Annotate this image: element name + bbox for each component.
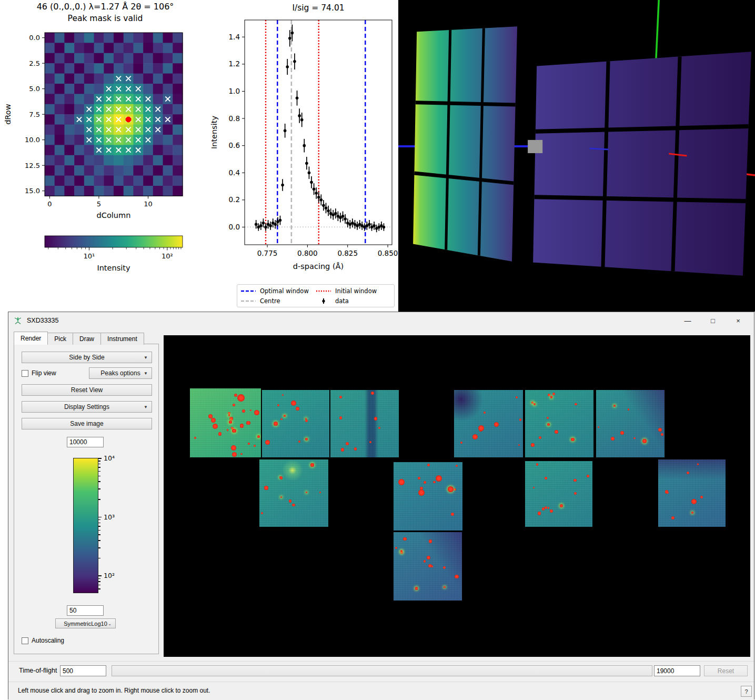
peak-dot bbox=[341, 448, 344, 451]
peak-dot bbox=[611, 437, 615, 441]
peak-dot bbox=[280, 496, 283, 498]
peak-dot bbox=[280, 476, 283, 479]
detector-panel-1[interactable] bbox=[190, 388, 261, 457]
colorbar-max-input[interactable] bbox=[67, 437, 104, 447]
peak-dot bbox=[274, 422, 278, 426]
svg-text:10²: 10² bbox=[162, 252, 173, 260]
detector-panel-4[interactable] bbox=[454, 390, 523, 457]
svg-text:0.6: 0.6 bbox=[229, 141, 240, 149]
autoscaling-row: Autoscaling bbox=[22, 637, 64, 644]
legend-label: Centre bbox=[260, 297, 280, 305]
tof-max-input[interactable] bbox=[654, 665, 700, 676]
data-marker-sample bbox=[316, 298, 331, 304]
colorbar-minor-tick bbox=[98, 585, 100, 586]
legend-label: data bbox=[335, 297, 349, 305]
peak-dot bbox=[339, 396, 342, 398]
peak-dot bbox=[232, 452, 237, 457]
peak-dot bbox=[415, 587, 418, 590]
detector-panel-6[interactable] bbox=[596, 390, 665, 457]
tof-reset-button[interactable]: Reset bbox=[704, 665, 748, 676]
display-settings-combo[interactable]: Display Settings ▼ bbox=[22, 401, 152, 413]
peak-dot bbox=[628, 408, 629, 410]
svg-text:dRow: dRow bbox=[4, 104, 12, 124]
peak-dot bbox=[228, 414, 230, 416]
maximize-button[interactable]: □ bbox=[700, 312, 726, 329]
tof-min-input[interactable] bbox=[60, 665, 106, 676]
instrument-3d-svg[interactable] bbox=[398, 0, 755, 312]
detector-panel-7[interactable] bbox=[259, 459, 328, 527]
peak-dot bbox=[691, 499, 697, 505]
layout-combo[interactable]: Side by Side ▼ bbox=[22, 352, 152, 363]
layout-combo-value: Side by Side bbox=[69, 354, 104, 361]
peak-dot bbox=[539, 436, 542, 439]
title-bar[interactable]: SXD33335 — □ × bbox=[8, 312, 754, 329]
peak-dot bbox=[478, 425, 484, 431]
colorbar-major-tick bbox=[98, 517, 102, 518]
svg-text:0.4: 0.4 bbox=[229, 168, 240, 177]
tof-slider[interactable] bbox=[112, 665, 652, 676]
peak-dot bbox=[598, 426, 599, 428]
detector-panel-10[interactable] bbox=[658, 459, 726, 527]
minimize-button[interactable]: — bbox=[675, 312, 700, 329]
legend-label: Initial window bbox=[335, 287, 377, 295]
tab-pick[interactable]: Pick bbox=[47, 333, 73, 345]
peak-dot bbox=[531, 443, 534, 446]
chevron-down-icon: ⌄ bbox=[108, 621, 112, 626]
detector-panel-11[interactable] bbox=[394, 532, 462, 601]
chevron-down-icon: ▼ bbox=[144, 355, 148, 360]
peak-mask-figure: 05100.02.55.07.510.012.515.0dColumndRow4… bbox=[0, 0, 205, 311]
detector-panel-3[interactable] bbox=[330, 390, 399, 457]
legend-item-optimal-window: Optimal window bbox=[240, 286, 316, 296]
peak-dot bbox=[218, 432, 222, 435]
detector-panel-9[interactable] bbox=[525, 461, 592, 527]
peak-dot bbox=[548, 507, 549, 508]
svg-text:0.0: 0.0 bbox=[29, 34, 40, 42]
colorbar-minor-tick bbox=[98, 547, 100, 548]
tab-instrument[interactable]: Instrument bbox=[100, 333, 144, 345]
save-image-button[interactable]: Save image bbox=[22, 418, 152, 429]
colorbar-min-input[interactable] bbox=[67, 605, 104, 616]
scale-type-value: SymmetricLog10 bbox=[64, 621, 107, 627]
peak-dot bbox=[472, 434, 478, 439]
detector-panel-8[interactable] bbox=[394, 462, 462, 531]
peak-dot bbox=[242, 409, 245, 413]
legend-item-initial-window: Initial window bbox=[316, 286, 391, 296]
peak-dot bbox=[354, 447, 357, 451]
peak-dot bbox=[229, 421, 232, 424]
chevron-down-icon: ▼ bbox=[144, 371, 148, 376]
detector-view[interactable] bbox=[164, 335, 750, 657]
tab-draw[interactable]: Draw bbox=[73, 333, 101, 345]
detector-panel-5[interactable] bbox=[525, 390, 593, 457]
peak-dot bbox=[237, 394, 245, 402]
peak-dot bbox=[227, 429, 229, 431]
flip-view-checkbox[interactable] bbox=[22, 370, 28, 377]
peak-dot bbox=[418, 489, 425, 496]
peaks-options-combo[interactable]: Peaks options ▼ bbox=[89, 367, 152, 379]
svg-text:0.825: 0.825 bbox=[337, 249, 358, 257]
peak-dot bbox=[298, 441, 300, 443]
colorbar-minor-tick bbox=[98, 461, 100, 462]
help-button[interactable]: ? bbox=[741, 686, 752, 697]
detector-panel-2[interactable] bbox=[262, 390, 329, 457]
reset-view-button[interactable]: Reset View bbox=[22, 384, 152, 396]
flip-view-label: Flip view bbox=[32, 369, 56, 377]
peak-dot bbox=[571, 438, 575, 442]
peak-dot bbox=[661, 433, 663, 436]
tab-render[interactable]: Render bbox=[14, 332, 48, 345]
close-button[interactable]: × bbox=[726, 312, 751, 329]
peak-dot bbox=[697, 463, 699, 465]
scale-type-combo[interactable]: SymmetricLog10 ⌄ bbox=[55, 618, 116, 628]
peak-heatmap-svg: 05100.02.55.07.510.012.515.0dColumndRow4… bbox=[0, 0, 205, 311]
colorbar[interactable] bbox=[73, 458, 98, 593]
peak-dot bbox=[265, 440, 270, 445]
peak-dot bbox=[264, 486, 268, 490]
peak-dot bbox=[620, 431, 624, 435]
peak-dot bbox=[518, 444, 520, 446]
peak-dot bbox=[213, 424, 218, 429]
peak-dot bbox=[687, 472, 689, 474]
peak-dot bbox=[229, 417, 233, 421]
peak-dot bbox=[306, 492, 307, 493]
instrument-3d-view[interactable] bbox=[398, 0, 755, 312]
autoscaling-checkbox[interactable] bbox=[22, 637, 28, 644]
peak-dot bbox=[339, 416, 342, 419]
